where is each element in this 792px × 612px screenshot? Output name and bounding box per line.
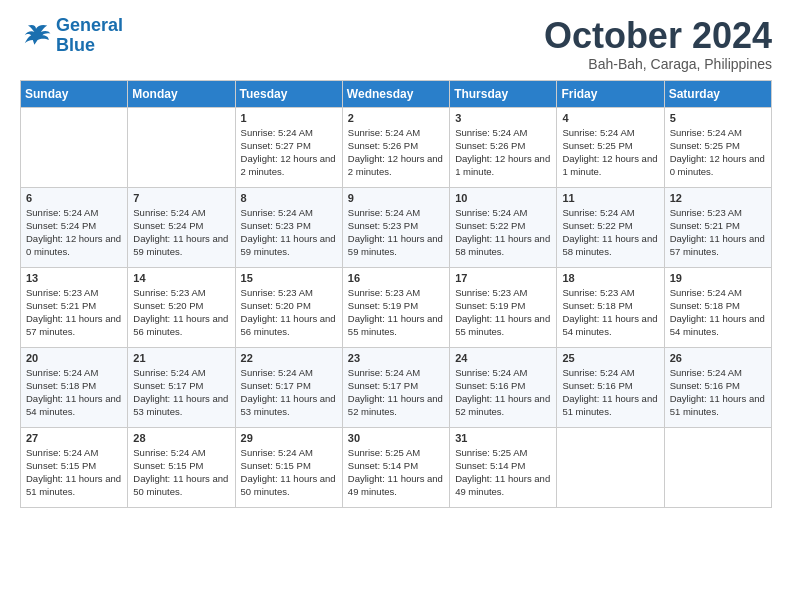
cell-info: Sunrise: 5:24 AM Sunset: 5:22 PM Dayligh…	[455, 206, 551, 259]
cell-info: Sunrise: 5:24 AM Sunset: 5:17 PM Dayligh…	[348, 366, 444, 419]
day-number: 20	[26, 352, 122, 364]
calendar-week-4: 20Sunrise: 5:24 AM Sunset: 5:18 PM Dayli…	[21, 347, 772, 427]
day-number: 31	[455, 432, 551, 444]
calendar-cell	[664, 427, 771, 507]
month-title: October 2024	[544, 16, 772, 56]
calendar-week-1: 1Sunrise: 5:24 AM Sunset: 5:27 PM Daylig…	[21, 107, 772, 187]
calendar-cell: 8Sunrise: 5:24 AM Sunset: 5:23 PM Daylig…	[235, 187, 342, 267]
cell-info: Sunrise: 5:24 AM Sunset: 5:16 PM Dayligh…	[670, 366, 766, 419]
day-number: 7	[133, 192, 229, 204]
col-header-saturday: Saturday	[664, 80, 771, 107]
calendar-cell: 1Sunrise: 5:24 AM Sunset: 5:27 PM Daylig…	[235, 107, 342, 187]
day-number: 10	[455, 192, 551, 204]
logo-bird-icon	[20, 22, 52, 50]
cell-info: Sunrise: 5:24 AM Sunset: 5:15 PM Dayligh…	[26, 446, 122, 499]
calendar-cell: 13Sunrise: 5:23 AM Sunset: 5:21 PM Dayli…	[21, 267, 128, 347]
cell-info: Sunrise: 5:24 AM Sunset: 5:25 PM Dayligh…	[562, 126, 658, 179]
calendar-cell	[557, 427, 664, 507]
cell-info: Sunrise: 5:23 AM Sunset: 5:20 PM Dayligh…	[241, 286, 337, 339]
cell-info: Sunrise: 5:24 AM Sunset: 5:25 PM Dayligh…	[670, 126, 766, 179]
cell-info: Sunrise: 5:23 AM Sunset: 5:21 PM Dayligh…	[26, 286, 122, 339]
logo-text: GeneralBlue	[56, 16, 123, 56]
calendar-cell: 5Sunrise: 5:24 AM Sunset: 5:25 PM Daylig…	[664, 107, 771, 187]
day-number: 8	[241, 192, 337, 204]
location: Bah-Bah, Caraga, Philippines	[544, 56, 772, 72]
day-number: 23	[348, 352, 444, 364]
col-header-friday: Friday	[557, 80, 664, 107]
day-number: 4	[562, 112, 658, 124]
col-header-thursday: Thursday	[450, 80, 557, 107]
cell-info: Sunrise: 5:24 AM Sunset: 5:16 PM Dayligh…	[562, 366, 658, 419]
cell-info: Sunrise: 5:24 AM Sunset: 5:24 PM Dayligh…	[26, 206, 122, 259]
calendar-cell: 20Sunrise: 5:24 AM Sunset: 5:18 PM Dayli…	[21, 347, 128, 427]
cell-info: Sunrise: 5:24 AM Sunset: 5:27 PM Dayligh…	[241, 126, 337, 179]
day-number: 15	[241, 272, 337, 284]
calendar-cell	[21, 107, 128, 187]
logo: GeneralBlue	[20, 16, 123, 56]
calendar-week-2: 6Sunrise: 5:24 AM Sunset: 5:24 PM Daylig…	[21, 187, 772, 267]
calendar-cell: 4Sunrise: 5:24 AM Sunset: 5:25 PM Daylig…	[557, 107, 664, 187]
day-number: 26	[670, 352, 766, 364]
day-number: 18	[562, 272, 658, 284]
day-number: 5	[670, 112, 766, 124]
calendar-cell: 30Sunrise: 5:25 AM Sunset: 5:14 PM Dayli…	[342, 427, 449, 507]
calendar-header: SundayMondayTuesdayWednesdayThursdayFrid…	[21, 80, 772, 107]
cell-info: Sunrise: 5:23 AM Sunset: 5:19 PM Dayligh…	[348, 286, 444, 339]
day-number: 19	[670, 272, 766, 284]
day-number: 1	[241, 112, 337, 124]
day-number: 29	[241, 432, 337, 444]
cell-info: Sunrise: 5:23 AM Sunset: 5:18 PM Dayligh…	[562, 286, 658, 339]
calendar-week-3: 13Sunrise: 5:23 AM Sunset: 5:21 PM Dayli…	[21, 267, 772, 347]
cell-info: Sunrise: 5:23 AM Sunset: 5:21 PM Dayligh…	[670, 206, 766, 259]
cell-info: Sunrise: 5:24 AM Sunset: 5:26 PM Dayligh…	[348, 126, 444, 179]
col-header-monday: Monday	[128, 80, 235, 107]
calendar-cell: 14Sunrise: 5:23 AM Sunset: 5:20 PM Dayli…	[128, 267, 235, 347]
calendar-cell: 16Sunrise: 5:23 AM Sunset: 5:19 PM Dayli…	[342, 267, 449, 347]
calendar-cell: 10Sunrise: 5:24 AM Sunset: 5:22 PM Dayli…	[450, 187, 557, 267]
calendar-week-5: 27Sunrise: 5:24 AM Sunset: 5:15 PM Dayli…	[21, 427, 772, 507]
cell-info: Sunrise: 5:24 AM Sunset: 5:18 PM Dayligh…	[670, 286, 766, 339]
calendar-cell: 31Sunrise: 5:25 AM Sunset: 5:14 PM Dayli…	[450, 427, 557, 507]
cell-info: Sunrise: 5:24 AM Sunset: 5:16 PM Dayligh…	[455, 366, 551, 419]
cell-info: Sunrise: 5:24 AM Sunset: 5:17 PM Dayligh…	[241, 366, 337, 419]
day-number: 21	[133, 352, 229, 364]
col-header-tuesday: Tuesday	[235, 80, 342, 107]
cell-info: Sunrise: 5:24 AM Sunset: 5:17 PM Dayligh…	[133, 366, 229, 419]
calendar-cell: 29Sunrise: 5:24 AM Sunset: 5:15 PM Dayli…	[235, 427, 342, 507]
calendar-cell: 15Sunrise: 5:23 AM Sunset: 5:20 PM Dayli…	[235, 267, 342, 347]
calendar-cell: 21Sunrise: 5:24 AM Sunset: 5:17 PM Dayli…	[128, 347, 235, 427]
col-header-wednesday: Wednesday	[342, 80, 449, 107]
cell-info: Sunrise: 5:25 AM Sunset: 5:14 PM Dayligh…	[348, 446, 444, 499]
calendar-cell: 17Sunrise: 5:23 AM Sunset: 5:19 PM Dayli…	[450, 267, 557, 347]
calendar-cell: 28Sunrise: 5:24 AM Sunset: 5:15 PM Dayli…	[128, 427, 235, 507]
calendar-cell: 26Sunrise: 5:24 AM Sunset: 5:16 PM Dayli…	[664, 347, 771, 427]
day-number: 22	[241, 352, 337, 364]
cell-info: Sunrise: 5:24 AM Sunset: 5:18 PM Dayligh…	[26, 366, 122, 419]
calendar-cell: 25Sunrise: 5:24 AM Sunset: 5:16 PM Dayli…	[557, 347, 664, 427]
day-number: 27	[26, 432, 122, 444]
calendar-cell: 9Sunrise: 5:24 AM Sunset: 5:23 PM Daylig…	[342, 187, 449, 267]
cell-info: Sunrise: 5:24 AM Sunset: 5:26 PM Dayligh…	[455, 126, 551, 179]
day-number: 16	[348, 272, 444, 284]
day-number: 2	[348, 112, 444, 124]
day-number: 28	[133, 432, 229, 444]
cell-info: Sunrise: 5:24 AM Sunset: 5:22 PM Dayligh…	[562, 206, 658, 259]
calendar-cell: 3Sunrise: 5:24 AM Sunset: 5:26 PM Daylig…	[450, 107, 557, 187]
day-number: 3	[455, 112, 551, 124]
calendar-cell: 19Sunrise: 5:24 AM Sunset: 5:18 PM Dayli…	[664, 267, 771, 347]
cell-info: Sunrise: 5:23 AM Sunset: 5:20 PM Dayligh…	[133, 286, 229, 339]
cell-info: Sunrise: 5:23 AM Sunset: 5:19 PM Dayligh…	[455, 286, 551, 339]
calendar-cell: 22Sunrise: 5:24 AM Sunset: 5:17 PM Dayli…	[235, 347, 342, 427]
day-number: 9	[348, 192, 444, 204]
cell-info: Sunrise: 5:25 AM Sunset: 5:14 PM Dayligh…	[455, 446, 551, 499]
day-number: 17	[455, 272, 551, 284]
calendar-cell: 7Sunrise: 5:24 AM Sunset: 5:24 PM Daylig…	[128, 187, 235, 267]
day-number: 25	[562, 352, 658, 364]
day-number: 30	[348, 432, 444, 444]
calendar-cell: 27Sunrise: 5:24 AM Sunset: 5:15 PM Dayli…	[21, 427, 128, 507]
calendar-table: SundayMondayTuesdayWednesdayThursdayFrid…	[20, 80, 772, 508]
calendar-cell: 11Sunrise: 5:24 AM Sunset: 5:22 PM Dayli…	[557, 187, 664, 267]
cell-info: Sunrise: 5:24 AM Sunset: 5:15 PM Dayligh…	[133, 446, 229, 499]
day-number: 24	[455, 352, 551, 364]
title-block: October 2024 Bah-Bah, Caraga, Philippine…	[544, 16, 772, 72]
